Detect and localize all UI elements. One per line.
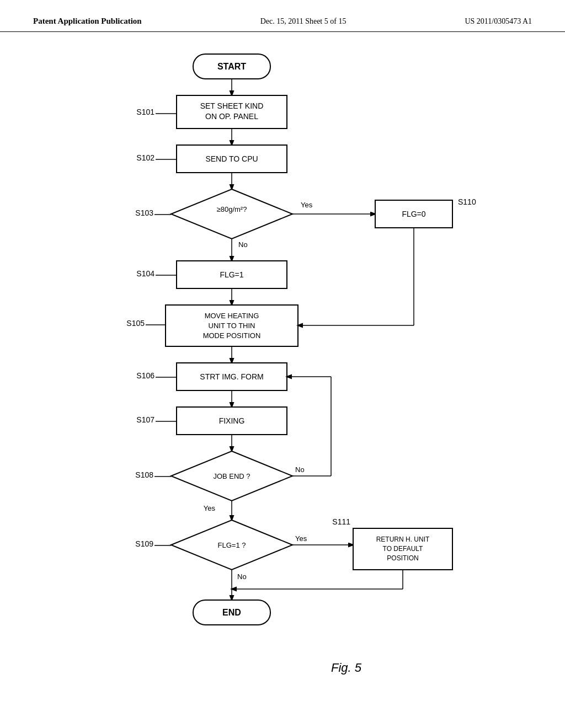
- svg-text:S109: S109: [135, 539, 153, 548]
- svg-text:S106: S106: [136, 371, 154, 380]
- svg-text:No: No: [237, 572, 247, 581]
- svg-text:S105: S105: [126, 319, 145, 328]
- svg-text:TO DEFAULT: TO DEFAULT: [383, 545, 424, 553]
- svg-text:S111: S111: [332, 517, 350, 526]
- svg-text:JOB END ?: JOB END ?: [213, 472, 250, 480]
- svg-text:Yes: Yes: [301, 201, 313, 209]
- svg-text:No: No: [295, 465, 305, 474]
- svg-text:FLG=1: FLG=1: [220, 270, 243, 279]
- svg-text:FLG=1 ?: FLG=1 ?: [218, 541, 246, 549]
- svg-text:MODE POSITION: MODE POSITION: [203, 331, 261, 340]
- svg-text:FLG=0: FLG=0: [402, 210, 425, 218]
- svg-text:SEND TO CPU: SEND TO CPU: [205, 154, 258, 163]
- header-patent-number: US 2011/0305473 A1: [465, 17, 532, 26]
- flowchart-svg: START SET SHEET KIND ON OP. PANEL S101 S…: [0, 32, 565, 716]
- svg-text:S110: S110: [458, 197, 476, 206]
- svg-text:START: START: [217, 62, 246, 71]
- svg-text:POSITION: POSITION: [387, 554, 418, 562]
- svg-text:S104: S104: [136, 269, 154, 278]
- svg-text:MOVE HEATING: MOVE HEATING: [205, 312, 259, 320]
- svg-text:SET SHEET KIND: SET SHEET KIND: [200, 101, 264, 110]
- svg-text:Yes: Yes: [295, 534, 307, 543]
- svg-text:UNIT TO THIN: UNIT TO THIN: [209, 322, 255, 330]
- svg-text:END: END: [222, 608, 241, 617]
- svg-text:Fig. 5: Fig. 5: [331, 661, 362, 675]
- svg-text:S103: S103: [135, 208, 153, 217]
- header-date-sheet: Dec. 15, 2011 Sheet 5 of 15: [260, 17, 347, 26]
- page-header: Patent Application Publication Dec. 15, …: [0, 0, 565, 32]
- svg-text:ON OP. PANEL: ON OP. PANEL: [205, 112, 258, 121]
- svg-text:S108: S108: [135, 470, 153, 479]
- header-publication-label: Patent Application Publication: [33, 17, 142, 26]
- flowchart-diagram: START SET SHEET KIND ON OP. PANEL S101 S…: [0, 32, 565, 716]
- svg-text:S107: S107: [136, 415, 154, 424]
- svg-text:RETURN H. UNIT: RETURN H. UNIT: [376, 536, 430, 543]
- svg-text:≥80g/m²?: ≥80g/m²?: [217, 205, 247, 213]
- svg-text:Yes: Yes: [204, 504, 216, 512]
- svg-text:S102: S102: [136, 153, 154, 162]
- svg-text:FIXING: FIXING: [219, 416, 245, 425]
- svg-text:No: No: [238, 240, 248, 249]
- svg-marker-14: [171, 189, 292, 239]
- svg-text:S101: S101: [136, 108, 154, 116]
- svg-text:STRT IMG. FORM: STRT IMG. FORM: [200, 372, 263, 381]
